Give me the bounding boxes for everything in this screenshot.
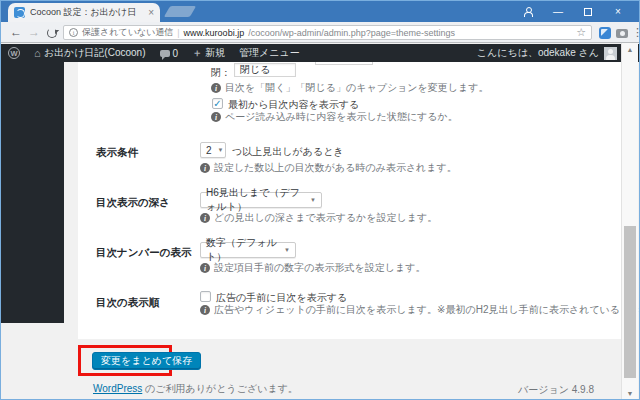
footer-version: バージョン 4.9.8 bbox=[518, 383, 594, 397]
profile-button[interactable] bbox=[513, 1, 543, 22]
caption-info: i 目次を「開く」「閉じる」のキャプションを変更します。 bbox=[211, 81, 489, 95]
browser-menu-icon[interactable]: ⋮ bbox=[632, 26, 640, 39]
wp-admin-bar: W ⌂ お出かけ日記(Cocoon) 0 ＋ 新規 管理メニュー こんにちは、o… bbox=[1, 44, 639, 62]
toc-before-ads-checkbox[interactable] bbox=[200, 291, 211, 302]
close-caption-input[interactable]: 閉じる bbox=[234, 63, 296, 77]
show-content-checkbox[interactable]: ✓ bbox=[212, 98, 223, 109]
toc-number-info: i 設定項目手前の数字の表示形式を設定します。 bbox=[200, 261, 425, 275]
page-scrollbar[interactable]: ▲ ▼ bbox=[621, 43, 638, 399]
my-account-menu[interactable]: こんにちは、odekake さん bbox=[477, 46, 639, 60]
tab-close-icon[interactable]: × bbox=[148, 7, 154, 18]
save-button[interactable]: 変更をまとめて保存 bbox=[92, 352, 201, 370]
display-condition-info: i 設定した数以上の目次数がある時のみ表示されます。 bbox=[200, 161, 457, 175]
wordpress-link[interactable]: WordPress bbox=[93, 383, 142, 394]
toc-order-info: i 広告やウィジェットの手前に目次を表示します。※最初のH2見出し手前に表示され… bbox=[200, 303, 640, 317]
tab-title: Cocoon 設定：お出かけ日 bbox=[30, 6, 143, 19]
row-toc-number-label: 目次ナンバーの表示 bbox=[96, 246, 191, 260]
admin-menu-label: 管理メニュー bbox=[239, 46, 300, 60]
cocoon-favicon-icon bbox=[14, 7, 25, 18]
titlebar: Cocoon 設定：お出かけ日 × — × bbox=[1, 1, 639, 22]
row-display-condition-label: 表示条件 bbox=[96, 146, 138, 160]
url-path: /cocoon/wp-admin/admin.php?page=theme-se… bbox=[248, 28, 455, 38]
heading-count-suffix: つ以上見出しがあるとき bbox=[232, 145, 344, 159]
comments-count: 0 bbox=[173, 48, 179, 59]
comments-bubble-icon bbox=[160, 50, 170, 57]
toc-depth-select[interactable]: H6見出しまで（デフォルト）▼ bbox=[200, 192, 322, 208]
info-icon: i bbox=[200, 163, 210, 173]
scrollbar-thumb[interactable] bbox=[624, 226, 636, 378]
browser-window: Cocoon 設定：お出かけ日 × — × ← → i 保護されていない通信 |… bbox=[0, 0, 640, 400]
greeting: こんにちは、odekake さん bbox=[477, 46, 599, 60]
toc-number-select[interactable]: 数字（デフォルト）▼ bbox=[200, 242, 296, 258]
minimize-button[interactable]: — bbox=[543, 1, 573, 22]
footer-thanks: WordPress のご利用ありがとうございます。 bbox=[93, 382, 298, 396]
security-status: 保護されていない通信 bbox=[82, 26, 173, 39]
url-domain: www.kuroobi.jp bbox=[184, 28, 245, 38]
extension-icon[interactable] bbox=[599, 27, 611, 39]
page-content: 閉： 閉じる i 目次を「開く」「閉じる」のキャプションを変更します。 ✓ 最初… bbox=[1, 62, 622, 399]
wp-logo-menu[interactable]: W bbox=[1, 44, 27, 62]
new-label: 新規 bbox=[205, 46, 225, 60]
back-icon[interactable]: ← bbox=[10, 25, 22, 39]
url-bar: ← → i 保護されていない通信 | www.kuroobi.jp/cocoon… bbox=[1, 22, 639, 43]
toc-depth-info: i どの見出しの深さまで表示するかを設定します。 bbox=[200, 211, 437, 225]
url-separator: | bbox=[177, 28, 179, 38]
maximize-icon bbox=[584, 8, 592, 16]
wordpress-logo-icon: W bbox=[8, 47, 20, 59]
home-icon: ⌂ bbox=[34, 47, 41, 59]
info-icon: i bbox=[211, 112, 221, 122]
show-content-info: i ページ読み込み時に内容を表示した状態にするか。 bbox=[211, 110, 458, 124]
maximize-button[interactable] bbox=[573, 1, 603, 22]
info-icon: i bbox=[211, 83, 221, 93]
site-name: お出かけ日記(Cocoon) bbox=[44, 46, 146, 60]
heading-count-select[interactable]: 2▼ bbox=[200, 142, 226, 158]
plus-icon: ＋ bbox=[192, 46, 202, 60]
chevron-down-icon: ▼ bbox=[218, 147, 224, 153]
row-toc-depth-label: 目次表示の深さ bbox=[96, 196, 170, 210]
close-window-button[interactable]: × bbox=[603, 1, 633, 22]
new-tab-button[interactable] bbox=[164, 6, 196, 17]
avatar bbox=[604, 47, 617, 60]
person-icon bbox=[524, 7, 533, 16]
info-icon: i bbox=[200, 263, 210, 273]
site-info-icon[interactable]: i bbox=[69, 28, 78, 37]
address-field[interactable]: i 保護されていない通信 | www.kuroobi.jp/cocoon/wp-… bbox=[63, 25, 592, 40]
bookmark-star-icon[interactable]: ☆ bbox=[576, 26, 586, 39]
forward-icon[interactable]: → bbox=[28, 25, 40, 39]
open-caption-input-partial[interactable] bbox=[315, 62, 373, 65]
browser-tab[interactable]: Cocoon 設定：お出かけ日 × bbox=[8, 3, 160, 22]
settings-panel: 閉： 閉じる i 目次を「開く」「閉じる」のキャプションを変更します。 ✓ 最初… bbox=[78, 62, 622, 339]
chevron-down-icon: ▼ bbox=[310, 197, 316, 203]
wp-admin-sidebar bbox=[1, 62, 64, 323]
site-name-menu[interactable]: ⌂ お出かけ日記(Cocoon) bbox=[27, 44, 153, 62]
row-toc-order-label: 目次の表示順 bbox=[96, 296, 159, 310]
admin-menu-item[interactable]: 管理メニュー bbox=[232, 44, 307, 62]
new-content-menu[interactable]: ＋ 新規 bbox=[185, 44, 232, 62]
camera-extension-icon[interactable] bbox=[616, 29, 628, 38]
close-caption-label: 閉： bbox=[211, 66, 231, 80]
scroll-up-icon[interactable]: ▲ bbox=[622, 43, 638, 55]
scroll-down-icon[interactable]: ▼ bbox=[622, 387, 638, 399]
comments-menu[interactable]: 0 bbox=[153, 44, 186, 62]
info-icon: i bbox=[200, 213, 210, 223]
chevron-down-icon: ▼ bbox=[284, 247, 290, 253]
reload-icon[interactable] bbox=[47, 28, 57, 38]
info-icon: i bbox=[200, 305, 210, 315]
